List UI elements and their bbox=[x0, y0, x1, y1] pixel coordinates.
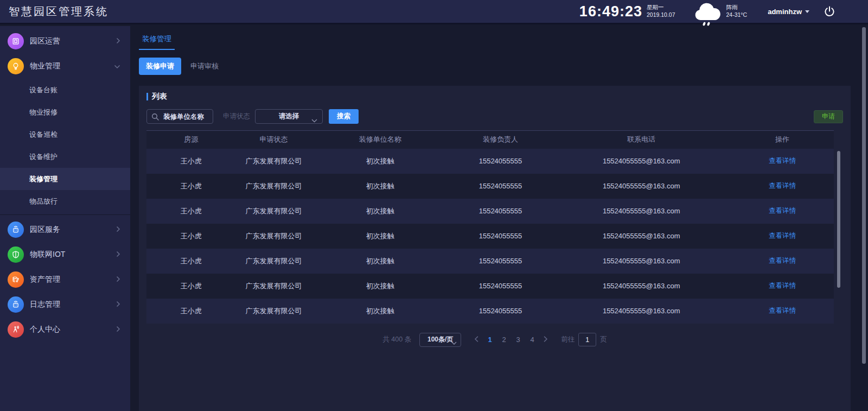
weather-temp: 24-31°C bbox=[726, 11, 748, 19]
cell-phone: 15524055555@163.com bbox=[552, 224, 731, 249]
view-detail-link[interactable]: 查看详情 bbox=[769, 207, 796, 214]
pagination-total: 共 400 条 bbox=[382, 335, 411, 344]
sidebar-item-property-management[interactable]: 物业管理 bbox=[0, 54, 130, 79]
sidebar-item-asset-management[interactable]: 资产管理 bbox=[0, 267, 130, 292]
sidebar-item-label: 园区运营 bbox=[30, 36, 60, 46]
apply-button[interactable]: 申请 bbox=[814, 110, 843, 123]
log-management-icon bbox=[8, 296, 24, 313]
view-detail-link[interactable]: 查看详情 bbox=[769, 307, 796, 314]
sidebar-item-log-management[interactable]: 日志管理 bbox=[0, 292, 130, 317]
subtabs: 装修申请 申请审核 bbox=[139, 58, 851, 75]
sidebar-subitem-device-ledger[interactable]: 设备台账 bbox=[0, 79, 130, 101]
search-icon bbox=[151, 113, 159, 121]
cell-status: 广东发展有限公司 bbox=[236, 299, 311, 324]
table-row: 王小虎 广东发展有限公司 初次接触 15524055555 1552405555… bbox=[146, 249, 834, 274]
col-header: 申请状态 bbox=[236, 131, 311, 149]
page-number-1[interactable]: 1 bbox=[483, 336, 497, 344]
unit-name-search-box[interactable] bbox=[146, 109, 213, 124]
table-scrollbar-thumb[interactable] bbox=[837, 151, 840, 288]
sidebar-item-label: 资产管理 bbox=[30, 275, 60, 284]
sidebar-subitem-goods-release[interactable]: 物品放行 bbox=[0, 190, 130, 212]
sidebar-divider bbox=[0, 214, 130, 215]
sidebar-subitem-property-repair[interactable]: 物业报修 bbox=[0, 101, 130, 123]
pagination: 共 400 条 100条/页 1 2 3 4 前往 页 bbox=[146, 333, 843, 347]
goto-page-input[interactable] bbox=[578, 333, 596, 346]
title-accent-bar bbox=[146, 93, 148, 100]
status-select[interactable]: 请选择 bbox=[255, 109, 323, 124]
cell-unit: 初次接触 bbox=[311, 274, 449, 299]
chevron-right-icon bbox=[116, 300, 120, 309]
date: 2019.10.07 bbox=[647, 11, 675, 19]
cell-manager: 15524055555 bbox=[449, 274, 552, 299]
page-scrollbar-thumb[interactable] bbox=[862, 27, 866, 364]
cell-unit: 初次接触 bbox=[311, 299, 449, 324]
cell-status: 广东发展有限公司 bbox=[236, 199, 311, 224]
cell-phone: 15524055555@163.com bbox=[552, 199, 731, 224]
view-detail-link[interactable]: 查看详情 bbox=[769, 282, 796, 289]
user-menu[interactable]: adminhzw bbox=[768, 8, 809, 16]
sidebar-item-label: 个人中心 bbox=[30, 325, 60, 334]
asset-management-icon bbox=[8, 271, 24, 288]
cell-manager: 15524055555 bbox=[449, 249, 552, 274]
cell-status: 广东发展有限公司 bbox=[236, 249, 311, 274]
list-title: 列表 bbox=[146, 92, 843, 102]
page-number-2[interactable]: 2 bbox=[497, 336, 511, 344]
power-icon bbox=[824, 5, 835, 17]
next-page-button[interactable] bbox=[539, 336, 552, 344]
tab-decoration-apply[interactable]: 装修申请 bbox=[139, 58, 181, 75]
cell-phone: 15524055555@163.com bbox=[552, 274, 731, 299]
table-row: 王小虎 广东发展有限公司 初次接触 15524055555 1552405555… bbox=[146, 299, 834, 324]
view-detail-link[interactable]: 查看详情 bbox=[769, 182, 796, 189]
sidebar-item-label: 物业管理 bbox=[30, 61, 60, 71]
chevron-right-icon bbox=[116, 275, 120, 284]
table-row: 王小虎 广东发展有限公司 初次接触 15524055555 1552405555… bbox=[146, 224, 834, 249]
park-service-icon bbox=[8, 222, 24, 238]
sidebar: 园区运营 物业管理 设备台账 物业报修 设备巡检 设备维护 装修管理 物品放行 … bbox=[0, 26, 130, 411]
sidebar-item-label: 园区服务 bbox=[30, 225, 60, 235]
sidebar-item-park-operation[interactable]: 园区运营 bbox=[0, 29, 130, 54]
cell-status: 广东发展有限公司 bbox=[236, 174, 311, 199]
goto-suffix: 页 bbox=[600, 335, 607, 344]
tab-apply-review[interactable]: 申请审核 bbox=[190, 61, 219, 71]
sidebar-item-label: 物联网IOT bbox=[30, 250, 65, 260]
caret-down-icon bbox=[805, 10, 809, 13]
cell-room: 王小虎 bbox=[146, 224, 236, 249]
page-tabs: 装修管理 bbox=[139, 26, 851, 50]
sidebar-item-personal-center[interactable]: 个人中心 bbox=[0, 317, 130, 342]
page-number-3[interactable]: 3 bbox=[511, 336, 525, 344]
cell-phone: 15524055555@163.com bbox=[552, 149, 731, 174]
cell-status: 广东发展有限公司 bbox=[236, 224, 311, 249]
app-title: 智慧园区管理系统 bbox=[9, 4, 108, 19]
view-detail-link[interactable]: 查看详情 bbox=[769, 232, 796, 239]
cell-status: 广东发展有限公司 bbox=[236, 274, 311, 299]
view-detail-link[interactable]: 查看详情 bbox=[769, 257, 796, 264]
cell-manager: 15524055555 bbox=[449, 199, 552, 224]
prev-page-button[interactable] bbox=[470, 336, 483, 344]
cell-phone: 15524055555@163.com bbox=[552, 249, 731, 274]
chevron-down-icon bbox=[114, 61, 120, 71]
cell-room: 王小虎 bbox=[146, 299, 236, 324]
sidebar-subitem-device-inspection[interactable]: 设备巡检 bbox=[0, 123, 130, 146]
sidebar-item-iot[interactable]: 物联网IOT bbox=[0, 242, 130, 267]
col-header: 操作 bbox=[731, 131, 834, 149]
sidebar-subitem-decoration-management[interactable]: 装修管理 bbox=[0, 168, 130, 190]
sidebar-subitem-device-maintenance[interactable]: 设备维护 bbox=[0, 146, 130, 168]
chevron-down-icon bbox=[311, 115, 317, 125]
cell-unit: 初次接触 bbox=[311, 224, 449, 249]
view-detail-link[interactable]: 查看详情 bbox=[769, 157, 796, 165]
unit-name-input[interactable] bbox=[159, 113, 208, 121]
cell-manager: 15524055555 bbox=[449, 224, 552, 249]
page-size-select[interactable]: 100条/页 bbox=[419, 333, 461, 347]
tab-decoration-management[interactable]: 装修管理 bbox=[139, 34, 175, 50]
goto-label: 前往 bbox=[561, 335, 575, 344]
logout-button[interactable] bbox=[824, 5, 835, 17]
cell-unit: 初次接触 bbox=[311, 174, 449, 199]
search-button[interactable]: 搜索 bbox=[329, 109, 359, 124]
park-operation-icon bbox=[8, 33, 24, 49]
sidebar-item-park-service[interactable]: 园区服务 bbox=[0, 217, 130, 242]
col-header: 装修负责人 bbox=[449, 131, 552, 149]
chevron-down-icon bbox=[451, 339, 457, 346]
iot-icon bbox=[8, 246, 24, 263]
page-number-4[interactable]: 4 bbox=[525, 336, 539, 344]
cell-room: 王小虎 bbox=[146, 174, 236, 199]
